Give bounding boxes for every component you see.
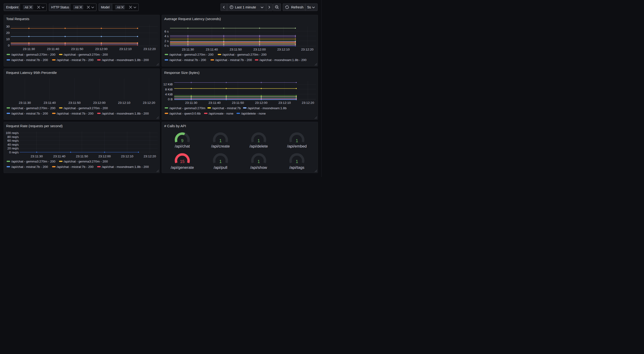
- svg-text:/api/chat - mistral:7b - 200: /api/chat - mistral:7b - 200: [215, 58, 252, 62]
- svg-text:/api/tags: /api/tags: [289, 165, 304, 170]
- svg-text:Request Rate (requests per sec: Request Rate (requests per second): [6, 124, 62, 128]
- svg-text:0: 0: [8, 44, 10, 47]
- svg-text:Model: Model: [101, 5, 110, 9]
- svg-text:6 s: 6 s: [164, 30, 169, 33]
- svg-text:23:11:50: 23:11:50: [76, 155, 88, 158]
- svg-text:23:12:10: 23:12:10: [121, 155, 134, 158]
- svg-text:10: 10: [6, 38, 10, 41]
- svg-text:60 req/s: 60 req/s: [8, 139, 19, 142]
- svg-text:/api/chat - mistral:7b - 200: /api/chat - mistral:7b - 200: [11, 58, 48, 62]
- svg-text:/api/chat - moondream:1.8b - 2: /api/chat - moondream:1.8b - 200: [102, 165, 149, 169]
- svg-text:23:11:40: 23:11:40: [208, 101, 220, 105]
- svg-text:23:12:10: 23:12:10: [277, 48, 290, 51]
- svg-text:23:11:30: 23:11:30: [185, 101, 197, 105]
- svg-text:2 s: 2 s: [164, 39, 169, 43]
- svg-text:23:11:40: 23:11:40: [206, 48, 218, 51]
- svg-text:/api/generate: /api/generate: [170, 165, 194, 170]
- svg-text:1: 1: [296, 138, 298, 143]
- svg-text:23:12:00: 23:12:00: [95, 47, 108, 51]
- svg-text:0 s: 0 s: [164, 44, 169, 48]
- svg-text:4 s: 4 s: [164, 34, 169, 38]
- svg-text:1: 1: [258, 159, 260, 164]
- svg-text:/api/chat - mistral:7b - 200: /api/chat - mistral:7b - 200: [11, 165, 48, 169]
- svg-text:1: 1: [220, 159, 222, 164]
- svg-text:All: All: [25, 6, 28, 9]
- svg-text:23:11:30: 23:11:30: [23, 47, 35, 51]
- svg-text:23:12:20: 23:12:20: [144, 47, 156, 51]
- svg-text:15: 15: [180, 159, 184, 164]
- svg-text:/api/chat - mistral:7b - 200: /api/chat - mistral:7b - 200: [11, 112, 48, 115]
- svg-text:0 req/s: 0 req/s: [9, 151, 19, 154]
- svg-text:/api/chat - qwen3:0.6b: /api/chat - qwen3:0.6b: [170, 112, 201, 115]
- svg-text:/api/chat - moondream:1.8b - 2: /api/chat - moondream:1.8b - 200: [260, 58, 306, 62]
- svg-text:/api/pull: /api/pull: [214, 165, 227, 170]
- svg-text:30: 30: [6, 25, 10, 28]
- svg-text:Request Latency 95th Percentil: Request Latency 95th Percentile: [6, 71, 57, 75]
- svg-text:23:12:00: 23:12:00: [255, 101, 268, 105]
- svg-text:20: 20: [6, 31, 10, 35]
- svg-text:/api/chat - gemma3:270m: /api/chat - gemma3:270m: [170, 106, 206, 110]
- svg-text:23:11:50: 23:11:50: [68, 101, 80, 105]
- svg-text:12 KiB: 12 KiB: [163, 83, 173, 86]
- svg-text:Endpoint: Endpoint: [6, 5, 18, 9]
- svg-text:23:12:00: 23:12:00: [98, 155, 111, 158]
- svg-text:23:12:10: 23:12:10: [278, 101, 291, 105]
- svg-text:/api/chat - mistral:7b - 200: /api/chat - mistral:7b - 200: [57, 112, 94, 115]
- svg-text:/api/create: /api/create: [211, 144, 230, 148]
- svg-text:/api/chat: /api/chat: [175, 144, 190, 148]
- svg-text:23:11:30: 23:11:30: [182, 48, 194, 51]
- svg-text:23:11:40: 23:11:40: [44, 101, 56, 105]
- svg-text:40 req/s: 40 req/s: [8, 143, 19, 146]
- svg-text:Average Request Latency (secon: Average Request Latency (seconds): [164, 17, 221, 21]
- svg-text:/api/chat - gemma3:270m - 200: /api/chat - gemma3:270m - 200: [11, 53, 56, 56]
- svg-text:Response Size (bytes): Response Size (bytes): [164, 71, 200, 75]
- svg-text:/api/chat - moondream:1.8b - 2: /api/chat - moondream:1.8b - 200: [102, 58, 149, 62]
- svg-text:/api/chat - gemma3:270m - 200: /api/chat - gemma3:270m - 200: [11, 106, 56, 110]
- svg-text:23:11:30: 23:11:30: [30, 155, 43, 158]
- svg-text:# Calls by API: # Calls by API: [164, 124, 186, 128]
- svg-text:23:11:40: 23:11:40: [53, 155, 66, 158]
- svg-text:1: 1: [296, 159, 298, 164]
- svg-text:/api/chat - gemma3:270m - 200: /api/chat - gemma3:270m - 200: [64, 106, 108, 110]
- svg-text:23:12:10: 23:12:10: [118, 101, 130, 105]
- svg-text:/api/chat - mistral:7b - 200: /api/chat - mistral:7b - 200: [170, 58, 206, 62]
- svg-text:23:11:50: 23:11:50: [230, 48, 242, 51]
- svg-text:23:11:30: 23:11:30: [19, 101, 31, 105]
- svg-text:/api/chat - gemma3:270m - 200: /api/chat - gemma3:270m - 200: [64, 160, 108, 163]
- svg-text:/api/embed: /api/embed: [287, 144, 306, 148]
- svg-text:/api/chat - gemma3:270m - 200: /api/chat - gemma3:270m - 200: [11, 160, 56, 163]
- svg-text:1: 1: [258, 138, 260, 143]
- svg-text:23:12:20: 23:12:20: [143, 101, 155, 105]
- svg-text:/api/chat - gemma3:270m - 200: /api/chat - gemma3:270m - 200: [64, 53, 108, 56]
- svg-text:/api/delete - none: /api/delete - none: [241, 112, 266, 115]
- svg-text:All: All: [75, 6, 78, 9]
- svg-text:Total Requests: Total Requests: [6, 17, 29, 21]
- svg-text:23:12:00: 23:12:00: [93, 101, 106, 105]
- svg-text:Refresh: Refresh: [291, 5, 304, 9]
- svg-text:23:12:20: 23:12:20: [301, 48, 314, 51]
- svg-text:23:12:00: 23:12:00: [253, 48, 266, 51]
- svg-text:23:12:20: 23:12:20: [144, 155, 156, 158]
- svg-text:20 req/s: 20 req/s: [8, 147, 19, 150]
- svg-text:4 KiB: 4 KiB: [165, 93, 173, 96]
- svg-text:Last 1 minute: Last 1 minute: [235, 5, 256, 9]
- svg-text:/api/create - none: /api/create - none: [209, 112, 234, 115]
- svg-text:/api/chat - mistral:7b: /api/chat - mistral:7b: [212, 106, 241, 110]
- svg-text:/api/show: /api/show: [250, 165, 267, 170]
- svg-text:/api/chat - mistral:7b - 200: /api/chat - mistral:7b - 200: [57, 58, 94, 62]
- svg-text:80 req/s: 80 req/s: [8, 135, 19, 139]
- svg-text:9: 9: [181, 138, 184, 143]
- svg-text:23:11:50: 23:11:50: [71, 47, 83, 51]
- svg-text:HTTP Status: HTTP Status: [51, 5, 69, 9]
- svg-text:/api/chat - moondream:1.8b - 2: /api/chat - moondream:1.8b - 200: [102, 112, 149, 115]
- svg-text:23:12:20: 23:12:20: [302, 101, 314, 105]
- svg-text:23:11:40: 23:11:40: [47, 47, 59, 51]
- svg-text:23:11:50: 23:11:50: [232, 101, 244, 105]
- svg-text:/api/chat - mistral:7b - 200: /api/chat - mistral:7b - 200: [57, 165, 94, 169]
- svg-text:5s: 5s: [307, 5, 311, 9]
- svg-text:0 B: 0 B: [168, 98, 173, 101]
- svg-text:/api/chat - gemma3:270m - 200: /api/chat - gemma3:270m - 200: [170, 53, 214, 56]
- svg-text:8 KiB: 8 KiB: [165, 88, 173, 91]
- svg-text:/api/chat - moondream:1.8b: /api/chat - moondream:1.8b: [248, 106, 286, 110]
- svg-text:/api/chat - gemma3:270m - 200: /api/chat - gemma3:270m - 200: [222, 53, 266, 56]
